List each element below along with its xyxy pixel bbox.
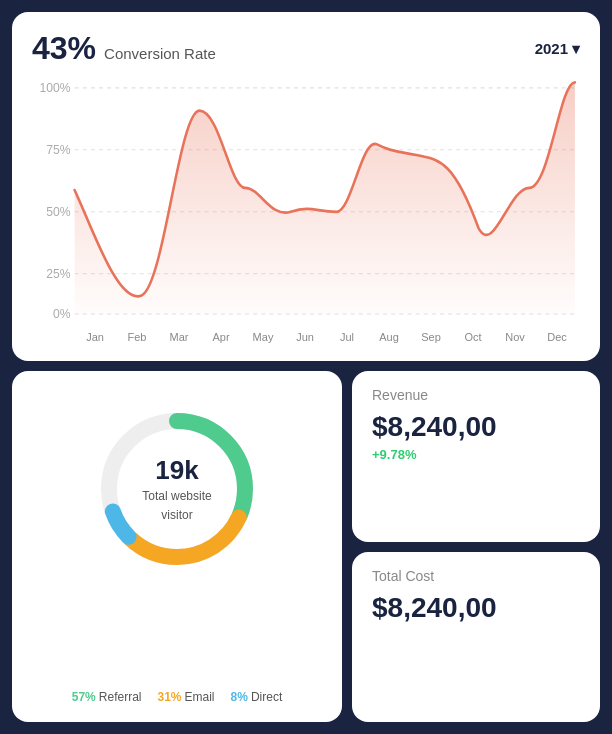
donut-chart: 19k Total websitevisitor bbox=[87, 399, 267, 579]
direct-label: Direct bbox=[251, 690, 282, 704]
svg-text:50%: 50% bbox=[46, 205, 70, 219]
line-chart: 100% 75% 50% 25% 0% bbox=[32, 77, 580, 327]
x-label-jul: Jul bbox=[326, 331, 368, 343]
x-label-sep: Sep bbox=[410, 331, 452, 343]
donut-legend: 57% Referral 31% Email 8% Direct bbox=[72, 690, 282, 704]
conversion-label: Conversion Rate bbox=[104, 45, 216, 62]
conversion-percentage: 43% bbox=[32, 30, 96, 67]
total-cost-card: Total Cost $8,240,00 bbox=[352, 552, 600, 723]
x-label-aug: Aug bbox=[368, 331, 410, 343]
donut-description: Total websitevisitor bbox=[142, 489, 211, 522]
direct-pct: 8% bbox=[231, 690, 248, 704]
donut-value: 19k bbox=[142, 455, 211, 486]
referral-pct: 57% bbox=[72, 690, 96, 704]
legend-direct: 8% Direct bbox=[231, 690, 283, 704]
svg-text:75%: 75% bbox=[46, 143, 70, 157]
x-label-nov: Nov bbox=[494, 331, 536, 343]
bottom-row: 19k Total websitevisitor 57% Referral 31… bbox=[12, 371, 600, 722]
total-cost-label: Total Cost bbox=[372, 568, 580, 584]
x-label-jan: Jan bbox=[74, 331, 116, 343]
revenue-change: +9.78% bbox=[372, 447, 580, 462]
year-value: 2021 bbox=[535, 40, 568, 57]
conversion-chart-card: 43% Conversion Rate 2021 ▾ 100% 75% 50% … bbox=[12, 12, 600, 361]
x-label-mar: Mar bbox=[158, 331, 200, 343]
right-column: Revenue $8,240,00 +9.78% Total Cost $8,2… bbox=[352, 371, 600, 722]
x-label-jun: Jun bbox=[284, 331, 326, 343]
chart-header: 43% Conversion Rate 2021 ▾ bbox=[32, 30, 580, 67]
email-pct: 31% bbox=[157, 690, 181, 704]
svg-text:100%: 100% bbox=[39, 81, 70, 95]
revenue-card: Revenue $8,240,00 +9.78% bbox=[352, 371, 600, 542]
year-selector[interactable]: 2021 ▾ bbox=[535, 40, 580, 58]
x-label-feb: Feb bbox=[116, 331, 158, 343]
svg-text:25%: 25% bbox=[46, 267, 70, 281]
referral-label: Referral bbox=[99, 690, 142, 704]
conversion-title: 43% Conversion Rate bbox=[32, 30, 216, 67]
x-label-oct: Oct bbox=[452, 331, 494, 343]
revenue-label: Revenue bbox=[372, 387, 580, 403]
svg-text:0%: 0% bbox=[53, 307, 71, 321]
x-label-apr: Apr bbox=[200, 331, 242, 343]
legend-email: 31% Email bbox=[157, 690, 214, 704]
donut-center: 19k Total websitevisitor bbox=[142, 455, 211, 523]
total-cost-value: $8,240,00 bbox=[372, 592, 580, 624]
x-label-may: May bbox=[242, 331, 284, 343]
revenue-value: $8,240,00 bbox=[372, 411, 580, 443]
donut-chart-card: 19k Total websitevisitor 57% Referral 31… bbox=[12, 371, 342, 722]
x-axis-labels: Jan Feb Mar Apr May Jun Jul Aug Sep Oct … bbox=[32, 327, 580, 343]
x-label-dec: Dec bbox=[536, 331, 578, 343]
legend-referral: 57% Referral bbox=[72, 690, 142, 704]
chevron-down-icon: ▾ bbox=[572, 40, 580, 58]
email-label: Email bbox=[185, 690, 215, 704]
